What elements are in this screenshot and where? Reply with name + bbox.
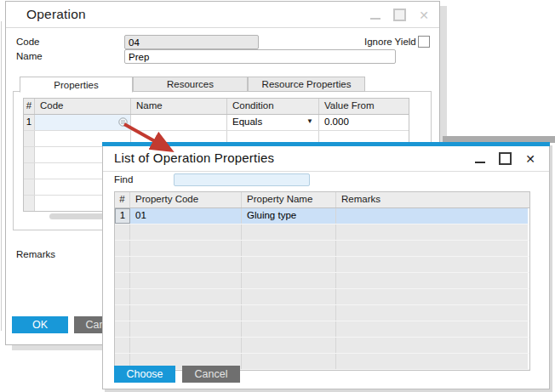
- list-of-operation-properties-dialog: List of Operation Properties ✕ Find # Pr…: [102, 142, 550, 389]
- screen: Operation ✕ Code 04 Ignore Yield Name Pr…: [0, 0, 555, 392]
- empty-cell[interactable]: [336, 354, 528, 369]
- empty-cell[interactable]: [115, 305, 130, 321]
- col-header-name[interactable]: Name: [131, 99, 227, 114]
- empty-cell[interactable]: [242, 273, 336, 288]
- empty-cell[interactable]: [115, 338, 130, 353]
- empty-cell[interactable]: [130, 305, 242, 321]
- ignore-yield-checkbox[interactable]: [418, 36, 430, 48]
- empty-cell[interactable]: [242, 241, 336, 256]
- close-icon[interactable]: ✕: [419, 9, 429, 21]
- empty-cell[interactable]: [336, 338, 528, 353]
- empty-cell[interactable]: [130, 273, 242, 288]
- empty-cell[interactable]: [242, 224, 336, 240]
- close-icon[interactable]: ✕: [525, 153, 535, 165]
- background-window-edge: [1, 21, 2, 331]
- table-row[interactable]: [115, 224, 529, 241]
- empty-cell[interactable]: [115, 273, 130, 288]
- table-row[interactable]: [115, 321, 529, 338]
- empty-cell[interactable]: [242, 289, 336, 304]
- empty-cell[interactable]: [130, 321, 242, 337]
- empty-cell[interactable]: [24, 179, 35, 195]
- empty-cell[interactable]: [24, 196, 35, 211]
- col-header-num[interactable]: #: [115, 192, 130, 207]
- selected-row[interactable]: 1 01 Gluing type: [115, 208, 529, 224]
- empty-cell[interactable]: [242, 257, 336, 272]
- col-header-condition[interactable]: Condition: [227, 99, 319, 114]
- empty-cell[interactable]: [130, 224, 242, 240]
- dialog-cancel-button[interactable]: Cancel: [182, 366, 240, 383]
- tab-resources[interactable]: Resources: [133, 77, 248, 92]
- empty-cell[interactable]: [242, 354, 336, 369]
- remarks-cell[interactable]: [336, 208, 528, 224]
- table-row[interactable]: [115, 354, 529, 370]
- empty-cell[interactable]: [336, 321, 528, 337]
- properties-list-table: # Property Code Property Name Remarks 1 …: [114, 191, 530, 371]
- empty-cell[interactable]: [336, 224, 528, 240]
- empty-rows: [115, 224, 529, 370]
- find-label: Find: [114, 174, 133, 185]
- empty-cell[interactable]: [24, 131, 35, 146]
- code-cell[interactable]: [35, 115, 131, 130]
- chevron-down-icon[interactable]: ▼: [306, 117, 313, 125]
- dialog-titlebar[interactable]: List of Operation Properties ✕: [103, 146, 549, 172]
- empty-cell[interactable]: [115, 241, 130, 256]
- empty-cell[interactable]: [336, 305, 528, 321]
- window-title: Operation: [26, 7, 86, 22]
- table-header-row: # Code Name Condition Value From: [24, 99, 409, 115]
- col-header-property-name[interactable]: Property Name: [242, 192, 336, 207]
- choose-from-list-icon[interactable]: [118, 117, 128, 128]
- col-header-code[interactable]: Code: [35, 99, 131, 114]
- minimize-icon[interactable]: [475, 162, 485, 163]
- empty-cell[interactable]: [24, 147, 35, 162]
- table-row[interactable]: [115, 289, 529, 305]
- empty-cell[interactable]: [115, 257, 130, 272]
- empty-cell[interactable]: [336, 273, 528, 288]
- find-input[interactable]: [174, 173, 310, 186]
- table-row[interactable]: [115, 241, 529, 257]
- col-header-property-code[interactable]: Property Code: [130, 192, 242, 207]
- row-number-cell: 1: [24, 115, 35, 130]
- empty-cell[interactable]: [24, 163, 35, 179]
- property-name-cell[interactable]: Gluing type: [242, 208, 336, 224]
- empty-cell[interactable]: [336, 289, 528, 304]
- empty-cell[interactable]: [242, 338, 336, 353]
- choose-button[interactable]: Choose: [114, 366, 175, 383]
- empty-cell[interactable]: [130, 338, 242, 353]
- table-row[interactable]: 1 Equals ▼ 0.000: [24, 115, 409, 131]
- col-header-value-from[interactable]: Value From: [319, 99, 409, 114]
- condition-cell[interactable]: Equals ▼: [227, 115, 319, 130]
- empty-cell[interactable]: [336, 257, 528, 272]
- col-header-num[interactable]: #: [24, 99, 35, 114]
- dialog-title: List of Operation Properties: [114, 151, 274, 165]
- table-row[interactable]: [115, 273, 529, 289]
- name-field[interactable]: Prep: [124, 49, 396, 64]
- empty-cell[interactable]: [115, 224, 130, 240]
- col-header-remarks[interactable]: Remarks: [336, 192, 528, 207]
- row-number-cell: 1: [115, 208, 130, 224]
- maximize-icon[interactable]: [393, 9, 406, 21]
- tab-properties[interactable]: Properties: [20, 77, 133, 93]
- empty-cell[interactable]: [130, 241, 242, 256]
- ok-button[interactable]: OK: [12, 316, 68, 333]
- table-row[interactable]: [115, 305, 529, 321]
- empty-cell[interactable]: [115, 289, 130, 304]
- table-row[interactable]: [115, 338, 529, 354]
- code-field[interactable]: 04: [124, 35, 259, 49]
- empty-cell[interactable]: [130, 257, 242, 272]
- property-code-cell[interactable]: 01: [130, 208, 242, 224]
- value-from-cell[interactable]: 0.000: [319, 115, 409, 130]
- empty-cell[interactable]: [242, 321, 336, 337]
- operation-titlebar[interactable]: Operation ✕: [6, 2, 439, 28]
- code-label: Code: [16, 37, 40, 47]
- name-cell[interactable]: [131, 115, 227, 130]
- table-row[interactable]: [115, 257, 529, 273]
- empty-cell[interactable]: [242, 305, 336, 321]
- empty-cell[interactable]: [130, 289, 242, 304]
- empty-cell[interactable]: [336, 241, 528, 256]
- table-header-row: # Property Code Property Name Remarks: [115, 192, 529, 208]
- remarks-label: Remarks: [16, 249, 55, 259]
- tab-resource-properties[interactable]: Resource Properties: [248, 77, 365, 92]
- minimize-icon[interactable]: [370, 18, 380, 20]
- maximize-icon[interactable]: [499, 152, 512, 165]
- empty-cell[interactable]: [115, 321, 130, 337]
